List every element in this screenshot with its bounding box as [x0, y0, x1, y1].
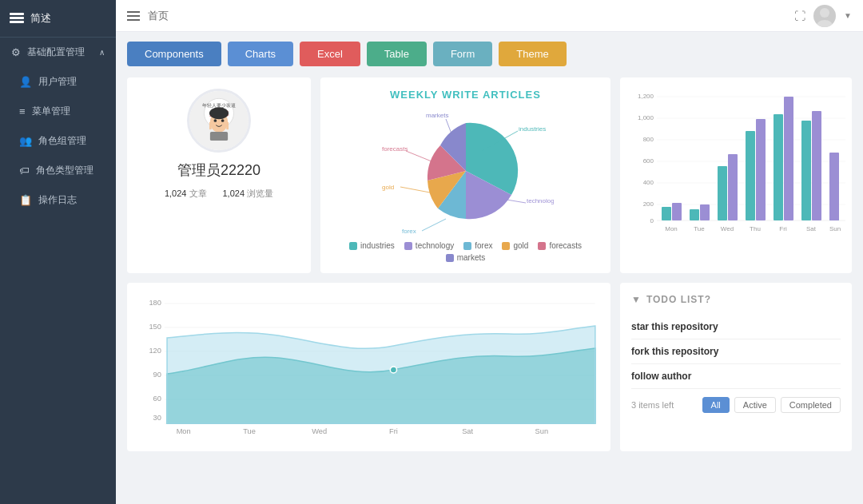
svg-text:400: 400 — [643, 179, 654, 186]
fullscreen-button[interactable]: ⛶ — [794, 10, 805, 22]
svg-text:180: 180 — [149, 299, 161, 307]
svg-line-19 — [400, 187, 430, 192]
avatar[interactable] — [813, 5, 836, 27]
header-right: ⛶ ▼ — [794, 5, 852, 27]
sidebar-item-basic-config[interactable]: ⚙ 基础配置管理 ∧ — [0, 38, 116, 67]
svg-text:1,000: 1,000 — [638, 114, 654, 121]
legend-industries: industries — [349, 241, 395, 250]
chevron-up-icon: ∧ — [99, 48, 105, 57]
dropdown-arrow-icon[interactable]: ▼ — [844, 11, 852, 20]
svg-rect-43 — [718, 166, 727, 220]
sidebar-item-role-type[interactable]: 🏷 角色类型管理 — [0, 156, 116, 185]
svg-text:forecasts: forecasts — [382, 145, 408, 153]
pie-legend: industries technology forex gold — [332, 241, 599, 262]
svg-text:90: 90 — [153, 371, 161, 379]
svg-rect-11 — [226, 122, 229, 129]
svg-rect-44 — [728, 154, 738, 220]
avatar: 年轻人要少装逼 多看书 — [187, 89, 251, 153]
svg-text:Sat: Sat — [806, 225, 817, 232]
toggle-sidebar-button[interactable] — [127, 11, 140, 21]
svg-rect-52 — [829, 153, 839, 220]
svg-rect-46 — [756, 119, 766, 220]
todo-title: TODO LIST? — [646, 294, 711, 305]
legend-forecasts: forecasts — [538, 241, 582, 250]
profile-name: 管理员22220 — [177, 161, 260, 180]
user-icon: 👤 — [19, 76, 32, 88]
svg-text:600: 600 — [643, 157, 654, 165]
svg-text:Tue: Tue — [243, 427, 256, 435]
svg-rect-49 — [801, 121, 811, 220]
excel-button[interactable]: Excel — [300, 42, 360, 66]
sidebar-logo: 简述 — [0, 0, 116, 38]
main-grid: 年轻人要少装逼 多看书 管理员22220 — [127, 77, 852, 273]
breadcrumb: 首页 — [148, 9, 169, 23]
todo-item-1: star this repository — [631, 315, 841, 339]
todo-tab-active[interactable]: Active — [734, 397, 776, 413]
sidebar-item-label: 菜单管理 — [32, 105, 70, 118]
sidebar-item-role-group[interactable]: 👥 角色组管理 — [0, 126, 116, 156]
svg-text:Thu: Thu — [750, 225, 761, 232]
legend-technology: technology — [404, 241, 454, 250]
svg-point-72 — [390, 367, 396, 373]
theme-button[interactable]: Theme — [499, 42, 566, 66]
profile-stats: 1,024 文章 1,024 浏览量 — [165, 188, 273, 200]
svg-text:Sat: Sat — [462, 427, 473, 435]
svg-text:200: 200 — [643, 200, 654, 208]
svg-line-23 — [446, 119, 452, 136]
sidebar: 简述 ⚙ 基础配置管理 ∧ 👤 用户管理 ≡ 菜单管理 👥 角色组管理 🏷 角色… — [0, 0, 116, 504]
header-left: 首页 — [127, 9, 169, 23]
svg-point-7 — [214, 119, 217, 122]
todo-card: ▼ TODO LIST? star this repository fork t… — [620, 283, 852, 451]
svg-text:Wed: Wed — [721, 225, 734, 232]
table-button[interactable]: Table — [367, 42, 427, 66]
bar-chart-card: 1,200 1,000 800 600 400 200 0 — [620, 77, 852, 273]
sidebar-item-label: 操作日志 — [38, 193, 77, 207]
sidebar-item-label: 基础配置管理 — [27, 46, 85, 59]
svg-rect-12 — [210, 132, 228, 141]
article-label: 文章 — [189, 189, 207, 198]
charts-button[interactable]: Charts — [228, 42, 293, 66]
sidebar-item-menu-mgmt[interactable]: ≡ 菜单管理 — [0, 97, 116, 126]
todo-count: 3 items left — [631, 400, 698, 410]
svg-rect-48 — [784, 97, 793, 220]
sidebar-item-user-mgmt[interactable]: 👤 用户管理 — [0, 67, 116, 97]
sidebar-item-op-log[interactable]: 📋 操作日志 — [0, 185, 116, 215]
svg-text:Fri: Fri — [779, 225, 787, 232]
svg-text:markets: markets — [426, 112, 448, 119]
todo-item-2: fork this repository — [631, 339, 841, 364]
legend-dot — [349, 242, 357, 250]
svg-rect-40 — [672, 203, 682, 220]
bottom-grid: 180 150 120 90 60 30 — [127, 283, 852, 451]
svg-text:Mon: Mon — [177, 427, 191, 435]
svg-rect-41 — [690, 209, 699, 220]
bar-chart-svg: 1,200 1,000 800 600 400 200 0 — [631, 89, 847, 240]
todo-tab-completed[interactable]: Completed — [781, 397, 841, 413]
form-button[interactable]: Form — [433, 42, 492, 66]
svg-text:Mon: Mon — [665, 225, 678, 232]
sidebar-item-label: 角色类型管理 — [36, 164, 93, 177]
svg-rect-39 — [662, 207, 671, 220]
profile-card: 年轻人要少装逼 多看书 管理员22220 — [127, 77, 311, 273]
svg-point-0 — [820, 8, 829, 18]
pie-chart-svg: industries technology forex gold forecas… — [378, 107, 554, 235]
svg-text:800: 800 — [643, 136, 654, 143]
svg-text:150: 150 — [149, 323, 161, 331]
sidebar-logo-text: 简述 — [30, 11, 51, 26]
legend-gold: gold — [502, 241, 528, 250]
sidebar-item-label: 用户管理 — [38, 75, 77, 89]
components-button[interactable]: Components — [127, 42, 221, 66]
svg-text:120: 120 — [149, 347, 161, 355]
svg-text:gold: gold — [382, 184, 394, 191]
svg-text:30: 30 — [153, 414, 161, 422]
tag-icon: 🏷 — [19, 165, 30, 177]
todo-tab-all[interactable]: All — [702, 397, 730, 413]
legend-dot — [463, 242, 471, 250]
svg-point-9 — [209, 107, 229, 119]
svg-point-8 — [221, 119, 225, 122]
gear-icon: ⚙ — [11, 46, 21, 58]
svg-text:industries: industries — [519, 125, 546, 133]
logo-icon — [10, 13, 24, 24]
view-count: 1,024 浏览量 — [223, 188, 274, 200]
svg-point-1 — [817, 20, 833, 27]
svg-rect-10 — [209, 122, 212, 129]
